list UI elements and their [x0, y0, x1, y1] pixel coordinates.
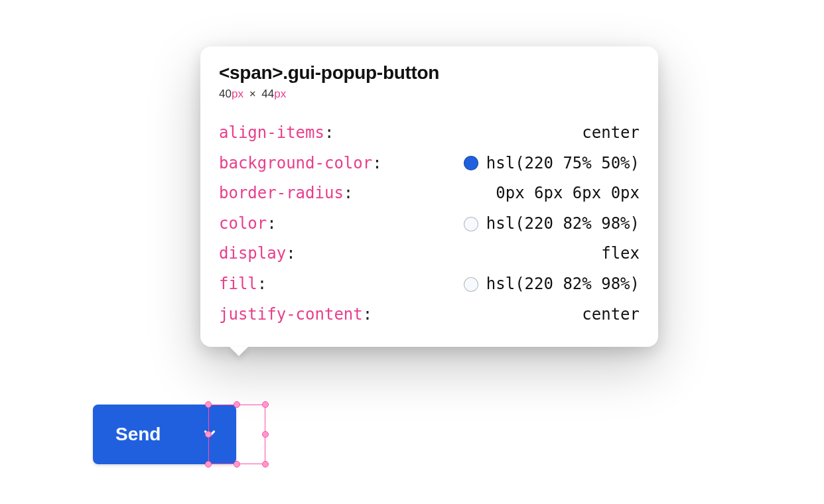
css-property-name: background-color [219, 154, 372, 172]
selector-label: <span>.gui-popup-button [219, 62, 640, 84]
dim-unit-h: px [274, 88, 286, 100]
css-property-name: fill [219, 275, 257, 293]
dim-height: 44 [261, 88, 274, 100]
css-property-colon: : [257, 275, 267, 293]
resize-handle-se[interactable] [262, 461, 269, 468]
selector-tag: <span> [219, 62, 283, 83]
css-property-colon: : [267, 214, 276, 233]
css-property-row: color:hsl(220 82% 98%) [219, 209, 640, 239]
color-swatch [464, 277, 478, 292]
css-property-row: align-items:center [219, 118, 640, 149]
css-property-row: justify-content:center [219, 300, 640, 330]
css-property-colon: : [324, 123, 334, 142]
popup-toggle-button[interactable] [183, 405, 236, 464]
css-property-name: display [219, 244, 286, 263]
css-property-value: 0px 6px 6px 0px [496, 178, 640, 209]
dim-multiply: × [249, 88, 256, 100]
css-property-colon: : [286, 244, 295, 263]
color-swatch [464, 217, 478, 231]
css-property-name: align-items [219, 123, 324, 142]
color-swatch [464, 156, 478, 170]
css-property-colon: : [363, 305, 372, 324]
css-property-row: background-color:hsl(220 75% 50%) [219, 149, 640, 179]
css-property-value: center [582, 118, 640, 149]
css-inspector-tooltip: <span>.gui-popup-button 40px × 44px alig… [200, 46, 658, 347]
css-property-value: flex [601, 239, 640, 269]
chevron-down-icon [201, 425, 218, 444]
resize-handle-ne[interactable] [262, 401, 269, 408]
css-property-value: hsl(220 82% 98%) [486, 209, 640, 239]
css-properties-list: align-items:centerbackground-color:hsl(2… [219, 118, 640, 330]
css-property-value: hsl(220 75% 50%) [486, 149, 640, 179]
resize-handle-e[interactable] [262, 431, 269, 438]
split-button: Send [93, 405, 236, 464]
css-property-name: justify-content [219, 305, 363, 324]
css-property-value: center [582, 300, 640, 330]
css-property-value: hsl(220 82% 98%) [486, 269, 640, 300]
css-property-colon: : [372, 154, 381, 172]
css-property-name: color [219, 214, 267, 233]
send-button-label: Send [115, 424, 161, 445]
send-button[interactable]: Send [93, 405, 183, 464]
tooltip-arrow [230, 347, 248, 356]
css-property-row: fill:hsl(220 82% 98%) [219, 269, 640, 300]
css-property-colon: : [344, 184, 353, 202]
selector-class: .gui-popup-button [283, 62, 439, 83]
css-property-row: display:flex [219, 239, 640, 269]
dim-unit-w: px [232, 88, 243, 100]
dim-width: 40 [219, 88, 232, 100]
element-dimensions: 40px × 44px [219, 88, 640, 101]
css-property-row: border-radius:0px 6px 6px 0px [219, 178, 640, 209]
css-property-name: border-radius [219, 184, 344, 202]
